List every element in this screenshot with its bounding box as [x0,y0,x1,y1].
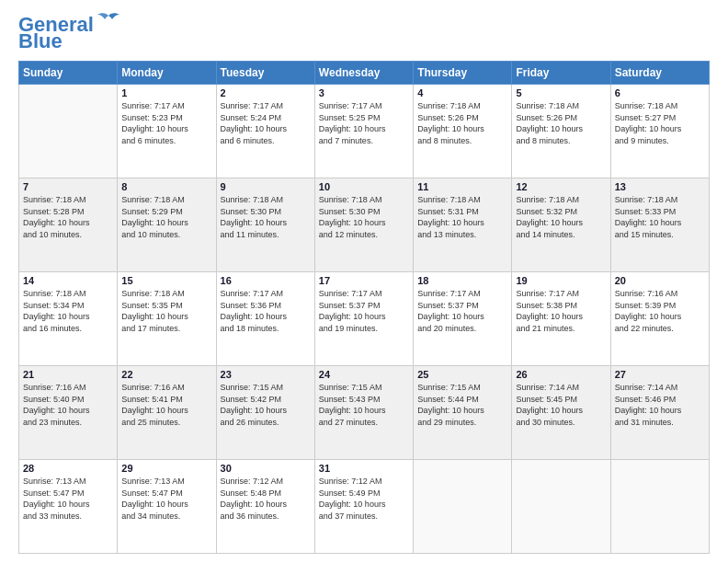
calendar-table: SundayMondayTuesdayWednesdayThursdayFrid… [18,61,710,554]
day-info: Sunrise: 7:13 AM Sunset: 5:47 PM Dayligh… [23,476,113,522]
calendar-week-row: 7Sunrise: 7:18 AM Sunset: 5:28 PM Daylig… [19,178,710,272]
calendar-cell: 19Sunrise: 7:17 AM Sunset: 5:38 PM Dayli… [512,272,610,366]
day-number: 13 [615,181,705,192]
day-number: 18 [417,275,507,286]
day-number: 2 [221,87,311,98]
weekday-header: Sunday [19,62,118,85]
calendar-cell: 20Sunrise: 7:16 AM Sunset: 5:39 PM Dayli… [610,272,709,366]
day-info: Sunrise: 7:15 AM Sunset: 5:44 PM Dayligh… [417,382,507,428]
calendar-cell: 28Sunrise: 7:13 AM Sunset: 5:47 PM Dayli… [19,460,118,554]
day-number: 17 [319,275,409,286]
day-number: 24 [319,369,409,380]
day-info: Sunrise: 7:17 AM Sunset: 5:24 PM Dayligh… [221,100,311,146]
calendar-cell: 27Sunrise: 7:14 AM Sunset: 5:46 PM Dayli… [610,366,709,460]
day-number: 9 [221,181,311,192]
calendar-cell: 23Sunrise: 7:15 AM Sunset: 5:42 PM Dayli… [216,366,314,460]
day-info: Sunrise: 7:14 AM Sunset: 5:46 PM Dayligh… [615,382,705,428]
day-number: 27 [615,369,705,380]
day-number: 19 [516,275,606,286]
day-number: 20 [615,275,705,286]
calendar-cell: 1Sunrise: 7:17 AM Sunset: 5:23 PM Daylig… [118,85,216,178]
calendar-cell: 17Sunrise: 7:17 AM Sunset: 5:37 PM Dayli… [314,272,413,366]
calendar-week-row: 21Sunrise: 7:16 AM Sunset: 5:40 PM Dayli… [19,366,710,460]
day-info: Sunrise: 7:18 AM Sunset: 5:29 PM Dayligh… [121,194,211,240]
calendar-cell: 22Sunrise: 7:16 AM Sunset: 5:41 PM Dayli… [118,366,216,460]
day-info: Sunrise: 7:13 AM Sunset: 5:47 PM Dayligh… [121,476,211,522]
calendar-cell: 31Sunrise: 7:12 AM Sunset: 5:49 PM Dayli… [314,460,413,554]
day-info: Sunrise: 7:18 AM Sunset: 5:33 PM Dayligh… [615,194,705,240]
logo-bird-icon [96,12,121,32]
calendar-cell: 7Sunrise: 7:18 AM Sunset: 5:28 PM Daylig… [19,178,118,272]
day-number: 4 [417,87,507,98]
day-info: Sunrise: 7:15 AM Sunset: 5:43 PM Dayligh… [319,382,409,428]
day-info: Sunrise: 7:12 AM Sunset: 5:49 PM Dayligh… [319,476,409,522]
calendar-cell: 12Sunrise: 7:18 AM Sunset: 5:32 PM Dayli… [512,178,610,272]
day-number: 16 [221,275,311,286]
day-number: 1 [121,87,211,98]
calendar-cell [610,460,709,554]
calendar-cell [512,460,610,554]
calendar-cell: 25Sunrise: 7:15 AM Sunset: 5:44 PM Dayli… [414,366,512,460]
calendar-cell: 3Sunrise: 7:17 AM Sunset: 5:25 PM Daylig… [314,85,413,178]
calendar-cell: 29Sunrise: 7:13 AM Sunset: 5:47 PM Dayli… [118,460,216,554]
day-number: 31 [319,463,409,474]
day-number: 23 [221,369,311,380]
calendar-cell: 26Sunrise: 7:14 AM Sunset: 5:45 PM Dayli… [512,366,610,460]
weekday-header: Tuesday [216,62,314,85]
day-info: Sunrise: 7:17 AM Sunset: 5:37 PM Dayligh… [417,288,507,334]
page: General Blue SundayMondayTuesdayWednesda… [0,0,728,563]
day-number: 12 [516,181,606,192]
day-number: 7 [23,181,113,192]
day-info: Sunrise: 7:18 AM Sunset: 5:35 PM Dayligh… [121,288,211,334]
day-info: Sunrise: 7:12 AM Sunset: 5:48 PM Dayligh… [221,476,311,522]
calendar-cell: 11Sunrise: 7:18 AM Sunset: 5:31 PM Dayli… [414,178,512,272]
calendar-cell: 21Sunrise: 7:16 AM Sunset: 5:40 PM Dayli… [19,366,118,460]
day-info: Sunrise: 7:16 AM Sunset: 5:41 PM Dayligh… [121,382,211,428]
day-info: Sunrise: 7:18 AM Sunset: 5:26 PM Dayligh… [417,100,507,146]
day-info: Sunrise: 7:18 AM Sunset: 5:27 PM Dayligh… [615,100,705,146]
weekday-header: Monday [118,62,216,85]
calendar-cell [414,460,512,554]
weekday-header: Wednesday [314,62,413,85]
weekday-header: Saturday [610,62,709,85]
day-info: Sunrise: 7:16 AM Sunset: 5:39 PM Dayligh… [615,288,705,334]
day-number: 6 [615,87,705,98]
day-number: 21 [23,369,113,380]
day-number: 30 [221,463,311,474]
calendar-cell: 15Sunrise: 7:18 AM Sunset: 5:35 PM Dayli… [118,272,216,366]
day-number: 11 [417,181,507,192]
day-info: Sunrise: 7:16 AM Sunset: 5:40 PM Dayligh… [23,382,113,428]
day-info: Sunrise: 7:17 AM Sunset: 5:36 PM Dayligh… [221,288,311,334]
logo-blue-text: Blue [18,31,63,52]
calendar-cell: 5Sunrise: 7:18 AM Sunset: 5:26 PM Daylig… [512,85,610,178]
day-number: 28 [23,463,113,474]
day-number: 29 [121,463,211,474]
calendar-cell [19,85,118,178]
day-number: 14 [23,275,113,286]
calendar-cell: 9Sunrise: 7:18 AM Sunset: 5:30 PM Daylig… [216,178,314,272]
logo: General Blue [18,15,121,52]
calendar-week-row: 14Sunrise: 7:18 AM Sunset: 5:34 PM Dayli… [19,272,710,366]
weekday-header: Friday [512,62,610,85]
weekday-header: Thursday [414,62,512,85]
day-info: Sunrise: 7:18 AM Sunset: 5:26 PM Dayligh… [516,100,606,146]
day-info: Sunrise: 7:18 AM Sunset: 5:31 PM Dayligh… [417,194,507,240]
calendar-cell: 14Sunrise: 7:18 AM Sunset: 5:34 PM Dayli… [19,272,118,366]
calendar-week-row: 28Sunrise: 7:13 AM Sunset: 5:47 PM Dayli… [19,460,710,554]
day-number: 5 [516,87,606,98]
day-info: Sunrise: 7:17 AM Sunset: 5:23 PM Dayligh… [121,100,211,146]
calendar-cell: 30Sunrise: 7:12 AM Sunset: 5:48 PM Dayli… [216,460,314,554]
calendar-week-row: 1Sunrise: 7:17 AM Sunset: 5:23 PM Daylig… [19,85,710,178]
day-info: Sunrise: 7:17 AM Sunset: 5:25 PM Dayligh… [319,100,409,146]
calendar-cell: 8Sunrise: 7:18 AM Sunset: 5:29 PM Daylig… [118,178,216,272]
day-info: Sunrise: 7:18 AM Sunset: 5:28 PM Dayligh… [23,194,113,240]
day-number: 22 [121,369,211,380]
day-info: Sunrise: 7:18 AM Sunset: 5:34 PM Dayligh… [23,288,113,334]
day-number: 3 [319,87,409,98]
day-number: 26 [516,369,606,380]
calendar-cell: 6Sunrise: 7:18 AM Sunset: 5:27 PM Daylig… [610,85,709,178]
day-info: Sunrise: 7:17 AM Sunset: 5:37 PM Dayligh… [319,288,409,334]
calendar-cell: 4Sunrise: 7:18 AM Sunset: 5:26 PM Daylig… [414,85,512,178]
header: General Blue [18,15,710,52]
day-number: 25 [417,369,507,380]
